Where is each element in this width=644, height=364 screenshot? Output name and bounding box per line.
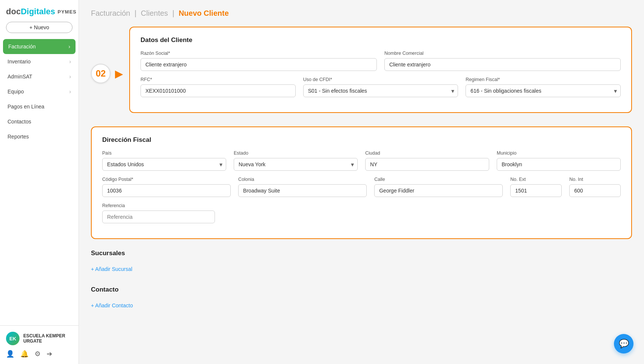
ciudad-input[interactable] [365, 158, 489, 171]
form-row-location2: Código Postal* Colonia Calle No. Ext No.… [102, 177, 621, 197]
user-info: EK ESCUELA KEMPER URGATE [6, 332, 73, 345]
pais-group: País Estados Unidos [102, 150, 226, 171]
calle-group: Calle [374, 177, 503, 197]
colonia-group: Colonia [238, 177, 367, 197]
new-button[interactable]: + Nuevo [6, 22, 73, 33]
step-row: 02 ▶ Datos del Cliente Razón Social* Nom… [91, 27, 632, 120]
codigo-postal-group: Código Postal* [102, 177, 231, 197]
breadcrumb-sep1: | [135, 9, 136, 17]
estado-label: Estado [234, 150, 358, 156]
uso-cfdi-group: Uso de CFDI* S01 - Sin efectos fiscales [303, 77, 458, 97]
nombre-comercial-group: Nombre Comercial [384, 51, 621, 71]
sidebar: docDigitales PYMES + Nuevo Facturación ›… [0, 0, 79, 364]
logo: docDigitales PYMES [0, 0, 79, 22]
sidebar-item-label: Contactos [8, 119, 31, 125]
contacto-section: Contacto + Añadir Contacto [91, 283, 632, 312]
form-row-fiscal: RFC* Uso de CFDI* S01 - Sin efectos fisc… [141, 77, 621, 97]
step-circle: 02 [91, 64, 110, 83]
razon-social-input[interactable] [141, 58, 377, 71]
user-name: ESCUELA KEMPER URGATE [23, 333, 65, 344]
colonia-input[interactable] [238, 184, 367, 197]
sidebar-item-facturacion[interactable]: Facturación › [3, 39, 76, 54]
referencia-group: Referencia [102, 203, 215, 223]
datos-cliente-title: Datos del Cliente [141, 36, 621, 44]
uso-cfdi-wrapper: S01 - Sin efectos fiscales [303, 84, 458, 97]
sidebar-item-contactos[interactable]: Contactos [0, 114, 79, 129]
colonia-label: Colonia [238, 177, 367, 182]
avatar: EK [6, 332, 20, 345]
no-ext-label: No. Ext [510, 177, 562, 182]
rfc-label: RFC* [141, 77, 296, 82]
razon-social-group: Razón Social* [141, 51, 377, 71]
sidebar-item-inventario[interactable]: Inventario › [0, 54, 79, 69]
chat-icon: 💬 [619, 339, 629, 349]
sucursales-section: Sucursales + Añadir Sucursal [91, 247, 632, 275]
codigo-postal-input[interactable] [102, 184, 231, 197]
sidebar-item-adminsat[interactable]: AdminSAT › [0, 69, 79, 84]
referencia-input[interactable] [102, 211, 215, 223]
user-icon[interactable]: 👤 [6, 350, 14, 358]
nombre-comercial-label: Nombre Comercial [384, 51, 621, 56]
sidebar-item-label: Reportes [8, 134, 29, 140]
sidebar-item-label: Facturación [8, 44, 36, 50]
sidebar-item-label: Equipo [8, 89, 24, 95]
add-contacto-link[interactable]: + Añadir Contacto [91, 302, 133, 308]
main-content: Facturación | Clientes | Nuevo Cliente 0… [79, 0, 644, 364]
breadcrumb-part1: Facturación [91, 9, 130, 17]
sidebar-item-equipo[interactable]: Equipo › [0, 84, 79, 99]
form-row-referencia: Referencia [102, 203, 621, 223]
estado-wrapper: Nueva York [234, 158, 358, 171]
direccion-fiscal-title: Dirección Fiscal [102, 136, 621, 144]
uso-cfdi-select[interactable]: S01 - Sin efectos fiscales [303, 84, 458, 97]
no-int-input[interactable] [569, 184, 621, 197]
pais-label: País [102, 150, 226, 156]
municipio-group: Municipio [497, 150, 621, 171]
sidebar-footer: EK ESCUELA KEMPER URGATE 👤 🔔 ⚙ ➔ [0, 325, 79, 364]
logo-doc: doc [6, 7, 21, 17]
step-arrow-icon: ▶ [115, 68, 123, 80]
gear-icon[interactable]: ⚙ [35, 350, 41, 358]
no-int-label: No. Int [569, 177, 621, 182]
chevron-right-icon: › [69, 59, 71, 65]
logo-digitales: Digitales [21, 7, 55, 17]
sucursales-title: Sucursales [91, 250, 632, 257]
municipio-input[interactable] [497, 158, 621, 171]
contacto-title: Contacto [91, 286, 632, 293]
bell-icon[interactable]: 🔔 [20, 350, 29, 358]
rfc-input[interactable] [141, 84, 296, 97]
no-ext-group: No. Ext [510, 177, 562, 197]
form-row-names: Razón Social* Nombre Comercial [141, 51, 621, 71]
calle-input[interactable] [374, 184, 503, 197]
chat-bubble[interactable]: 💬 [614, 334, 633, 353]
logout-icon[interactable]: ➔ [47, 350, 52, 358]
ciudad-group: Ciudad [365, 150, 489, 171]
direccion-fiscal-card: Dirección Fiscal País Estados Unidos Est… [91, 126, 632, 239]
regimen-fiscal-wrapper: 616 - Sin obligaciones fiscales [466, 84, 621, 97]
chevron-right-icon: › [69, 89, 71, 95]
breadcrumb: Facturación | Clientes | Nuevo Cliente [91, 9, 632, 18]
estado-select[interactable]: Nueva York [234, 158, 358, 171]
regimen-fiscal-label: Regimen Fiscal* [466, 77, 621, 82]
sidebar-item-reportes[interactable]: Reportes [0, 129, 79, 144]
referencia-label: Referencia [102, 203, 215, 208]
logo-pymes: PYMES [57, 9, 77, 15]
nombre-comercial-input[interactable] [384, 58, 621, 71]
estado-group: Estado Nueva York [234, 150, 358, 171]
breadcrumb-sep2: | [172, 9, 174, 17]
add-sucursal-link[interactable]: + Añadir Sucursal [91, 266, 132, 272]
chevron-right-icon: › [69, 74, 71, 80]
pais-select[interactable]: Estados Unidos [102, 158, 226, 171]
sidebar-item-label: Inventario [8, 59, 30, 65]
footer-icons: 👤 🔔 ⚙ ➔ [6, 350, 73, 358]
uso-cfdi-label: Uso de CFDI* [303, 77, 458, 82]
breadcrumb-part2: Clientes [141, 9, 168, 17]
no-ext-input[interactable] [510, 184, 562, 197]
no-int-group: No. Int [569, 177, 621, 197]
razon-social-label: Razón Social* [141, 51, 377, 56]
breadcrumb-active: Nuevo Cliente [178, 9, 228, 17]
sidebar-item-pagos[interactable]: Pagos en Línea [0, 99, 79, 114]
calle-label: Calle [374, 177, 503, 182]
municipio-label: Municipio [497, 150, 621, 156]
pais-wrapper: Estados Unidos [102, 158, 226, 171]
regimen-fiscal-select[interactable]: 616 - Sin obligaciones fiscales [466, 84, 621, 97]
